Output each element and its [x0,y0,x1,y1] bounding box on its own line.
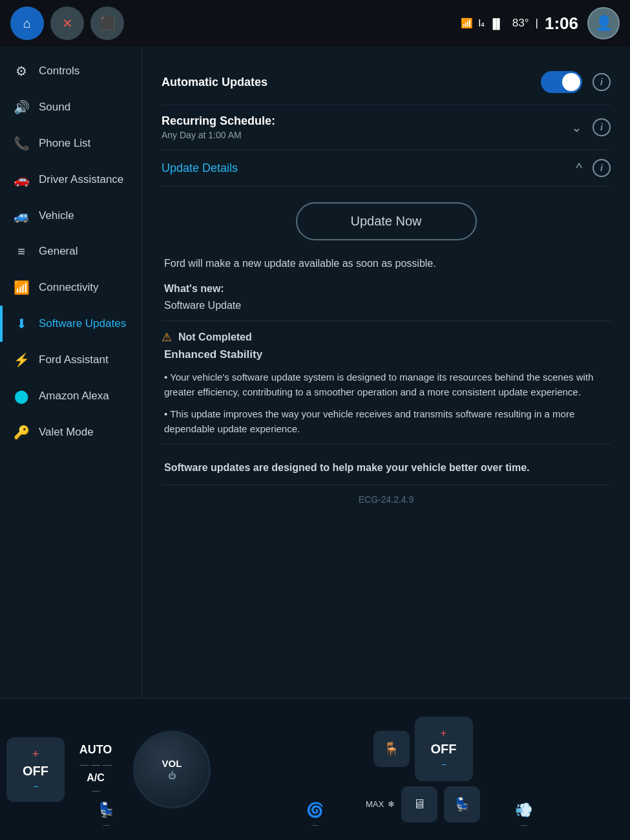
schedule-sub: Any Day at 1:00 AM [162,130,275,140]
sidebar-item-valet-mode[interactable]: 🔑 Valet Mode [0,414,142,450]
sidebar-item-amazon-alexa[interactable]: ⬤ Amazon Alexa [0,378,142,414]
vol-label: VOL [162,758,182,769]
automatic-updates-controls: i [541,71,611,93]
ac-label: A/C [87,772,105,784]
content-area: Automatic Updates i Recurring Schedule: … [142,47,630,698]
sidebar-item-controls-label: Controls [39,65,79,78]
temp-time-display: 83° | 1:06 [512,14,578,34]
content-inner: Automatic Updates i Recurring Schedule: … [142,47,630,518]
version-text: ECG-24.2.4.9 [162,494,611,505]
sidebar-item-general[interactable]: ≡ General [0,234,142,269]
seat-bottom-icon[interactable]: 💺 — [98,802,115,828]
schedule-header: Recurring Schedule: Any Day at 1:00 AM ⌄… [162,114,611,140]
nav-buttons: ⌂ ✕ ⬛ [10,6,124,40]
status-bar: ⌂ ✕ ⬛ 📶 Ⅰ₄ ▐▌ 83° | 1:06 👤 [0,0,630,47]
valet-icon: 🔑 [13,425,30,440]
sidebar-item-sound-label: Sound [39,101,70,114]
vehicle-icon: 🚙 [13,208,30,224]
sound-icon: 🔊 [13,100,30,115]
connectivity-icon: 📶 [13,280,30,295]
automatic-updates-label: Automatic Updates [162,76,268,89]
sidebar-item-sound[interactable]: 🔊 Sound [0,89,142,125]
update-details-link[interactable]: Update Details [162,162,238,175]
right-top-controls: 🪑 + OFF − [373,717,473,781]
left-minus-icon: − [33,781,38,792]
main-container: ⚙ Controls 🔊 Sound 📞 Phone List 🚗 Driver… [0,47,630,698]
sidebar-item-controls[interactable]: ⚙ Controls [0,53,142,89]
enhanced-stability-label: Enhanced Stability [162,348,611,361]
general-icon: ≡ [13,244,30,259]
sidebar-item-driver-assistance[interactable]: 🚗 Driver Assistance [0,162,142,198]
availability-text: Ford will make a new update available as… [162,256,611,271]
sidebar-item-general-label: General [39,245,78,258]
update-details-row: Update Details ^ i [162,150,611,187]
software-updates-icon: ⬇ [13,316,30,331]
sidebar-item-alexa-label: Amazon Alexa [39,390,109,403]
warning-icon: ⚠ [162,330,172,344]
separator: | [536,17,538,30]
footer-note: Software updates are designed to help ma… [162,451,611,485]
wind-icon-btn[interactable]: 💨 — [515,802,532,828]
sidebar-item-vehicle[interactable]: 🚙 Vehicle [0,198,142,234]
automatic-updates-row: Automatic Updates i [162,59,611,105]
sidebar-item-vehicle-label: Vehicle [39,209,74,222]
sidebar-item-software-updates-label: Software Updates [39,317,126,330]
divider [162,444,611,445]
fan-icon-btn[interactable]: 🌀 — [306,802,324,828]
sidebar-item-driver-label: Driver Assistance [39,173,123,186]
not-completed-text: Not Completed [178,331,252,343]
sidebar: ⚙ Controls 🔊 Sound 📞 Phone List 🚗 Driver… [0,47,142,698]
phone-icon: 📞 [13,136,30,151]
right-plus-icon: + [441,728,446,739]
vol-power-icon: ⏻ [168,772,176,781]
update-details-right: ^ i [576,159,611,177]
sidebar-item-phone-list[interactable]: 📞 Phone List [0,125,142,162]
whats-new-label: What's new: [162,283,611,295]
ford-assistant-icon: ⚡ [13,352,30,368]
not-completed-row: ⚠ Not Completed [162,330,611,344]
schedule-chevron-icon[interactable]: ⌄ [571,120,582,135]
close-button[interactable]: ✕ [50,6,84,40]
home-button[interactable]: ⌂ [10,6,44,40]
right-minus-icon: − [441,759,446,770]
connectivity-icons: 📶 Ⅰ₄ ▐▌ [461,17,503,29]
bars-icon: ▐▌ [490,18,503,29]
auto-dashes: — — — [79,759,112,770]
automatic-updates-info-icon[interactable]: i [593,73,611,91]
fan-icon: 🌀 [306,802,324,819]
sidebar-item-connectivity[interactable]: 📶 Connectivity [0,269,142,306]
sidebar-item-software-updates[interactable]: ⬇ Software Updates [0,306,142,342]
bullet-text-2: • This update improves the way your vehi… [162,407,611,436]
update-details-chevron-icon[interactable]: ^ [576,161,582,176]
auto-ac-block: AUTO — — — A/C — [70,743,121,795]
sidebar-item-ford-assistant-label: Ford Assistant [39,353,109,366]
time-display: 1:06 [545,14,578,34]
seat-icon: 💺 [98,802,115,819]
bottom-icons-row: 💺 — 🌀 — 💨 — [0,797,630,834]
right-climate-button[interactable]: + OFF − [415,717,473,781]
left-plus-icon: + [32,748,39,761]
schedule-text: Recurring Schedule: Any Day at 1:00 AM [162,114,275,140]
schedule-title: Recurring Schedule: [162,114,275,128]
temperature-display: 83° [512,17,529,30]
sidebar-item-connectivity-label: Connectivity [39,281,99,294]
seat-icon-label: — [103,821,110,828]
ac-dash: — [92,786,100,795]
wifi-icon: 📶 [461,17,473,29]
update-details-info-icon[interactable]: i [593,159,611,177]
seat-heat-icon-button[interactable]: 🪑 [373,731,410,767]
recurring-schedule-row: Recurring Schedule: Any Day at 1:00 AM ⌄… [162,105,611,150]
auto-label: AUTO [79,743,112,757]
screen-button[interactable]: ⬛ [90,6,124,40]
sidebar-item-valet-label: Valet Mode [39,426,94,439]
left-climate-button[interactable]: + OFF − [6,737,65,802]
update-now-button[interactable]: Update Now [296,202,477,240]
left-off-label: OFF [23,764,48,779]
sidebar-item-ford-assistant[interactable]: ⚡ Ford Assistant [0,342,142,378]
schedule-info-icon[interactable]: i [593,118,611,136]
automatic-updates-toggle[interactable] [541,71,582,93]
user-avatar-button[interactable]: 👤 [587,7,620,39]
status-indicators: 📶 Ⅰ₄ ▐▌ 83° | 1:06 👤 [461,7,620,39]
sidebar-item-phone-label: Phone List [39,137,90,150]
software-update-label: Software Update [162,300,611,321]
